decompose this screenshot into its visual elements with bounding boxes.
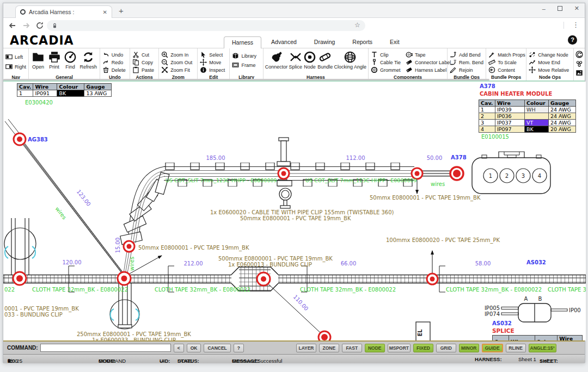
clocking-angle-button[interactable]: Clocking Angle bbox=[334, 51, 366, 70]
bookmark-star-icon[interactable]: ☆ bbox=[354, 21, 360, 29]
frame-label: Frame bbox=[241, 63, 255, 68]
splice-button[interactable]: Splice bbox=[289, 51, 302, 70]
toggle-node[interactable]: NODE bbox=[365, 344, 385, 352]
undo-button[interactable]: Undo bbox=[102, 51, 127, 58]
svg-text:CLOTH TAPE 32mm_BK - E0800022: CLOTH TAPE 32mm_BK - E0800022 bbox=[155, 287, 250, 293]
change-node-button[interactable]: Change Node bbox=[529, 51, 571, 58]
ok-button[interactable]: OK bbox=[187, 344, 201, 352]
inspect-button[interactable]: Inspect bbox=[200, 66, 227, 73]
match-props-button[interactable]: Match Props bbox=[488, 51, 524, 58]
command-input[interactable] bbox=[40, 344, 171, 352]
maximize-button[interactable] bbox=[558, 6, 562, 11]
find-button[interactable]: Find bbox=[64, 51, 77, 70]
el-marker[interactable]: EL bbox=[416, 322, 430, 340]
harness-label-button[interactable]: Harness Label bbox=[406, 66, 445, 73]
toggle-layer[interactable]: LAYER bbox=[296, 344, 316, 352]
left-grommet[interactable] bbox=[4, 218, 36, 275]
assembly-badge-icon[interactable] bbox=[575, 60, 583, 67]
move-end-button[interactable]: Move End bbox=[529, 59, 571, 66]
arcadia-logo: ARCADIA bbox=[10, 33, 74, 47]
toggle-fast[interactable]: FAST bbox=[342, 344, 362, 352]
part-code-left: E0300420 bbox=[25, 100, 53, 106]
ribbon-group-library: Library Frame Library bbox=[230, 48, 263, 80]
rem-bend-button[interactable]: Rem. Bend bbox=[450, 59, 483, 66]
tab-harness[interactable]: Harness bbox=[224, 36, 261, 49]
toggle-zone[interactable]: ZONE bbox=[319, 344, 339, 352]
node-button[interactable]: Node bbox=[303, 51, 316, 70]
move-button[interactable]: Move bbox=[200, 59, 227, 66]
toggle-msport[interactable]: MSPORT bbox=[388, 344, 411, 352]
browser-tab[interactable]: Arcadia Harness : ✕ bbox=[15, 5, 112, 18]
open-button[interactable]: Open bbox=[32, 51, 45, 70]
url-field[interactable] bbox=[47, 20, 365, 31]
toggle-angle[interactable]: ANGLE:15° bbox=[529, 344, 556, 352]
wire-table-left: Cav. Wire Colour Gauge 1 IP091 BK 13 AWG bbox=[17, 83, 112, 97]
move-relative-button[interactable]: Move Relative bbox=[529, 66, 571, 73]
grommet-button[interactable]: Grommet bbox=[371, 66, 400, 73]
browser-menu-icon[interactable]: ⋮ bbox=[572, 21, 579, 29]
toggle-fixed[interactable]: FIXED bbox=[413, 344, 433, 352]
reload-icon[interactable] bbox=[35, 21, 44, 30]
add-bend-button[interactable]: Add Bend bbox=[450, 51, 483, 58]
tab-reports[interactable]: Reports bbox=[345, 36, 380, 48]
node-tube-mid bbox=[278, 168, 289, 179]
delete-button[interactable]: Delete bbox=[102, 66, 127, 73]
main-bundle[interactable] bbox=[3, 275, 586, 283]
select-button[interactable]: Select bbox=[200, 51, 227, 58]
tab-exit[interactable]: Exit bbox=[382, 36, 407, 48]
clip-button[interactable]: Clip bbox=[371, 51, 400, 58]
window-close-button[interactable]: ✕ bbox=[574, 5, 579, 12]
cut-button[interactable]: Cut bbox=[132, 51, 156, 58]
cancel-button[interactable]: CANCEL bbox=[204, 344, 230, 352]
bundle-button[interactable]: Bundle bbox=[317, 51, 333, 70]
rotate-badge-icon[interactable] bbox=[575, 51, 583, 58]
ribbon-group-actions: Cut Copy Paste Actions bbox=[130, 48, 159, 80]
splice-drawing[interactable] bbox=[501, 303, 567, 322]
paste-button[interactable]: Paste bbox=[132, 66, 156, 73]
history-button[interactable]: < bbox=[174, 344, 184, 352]
image-badge-icon[interactable] bbox=[575, 69, 583, 77]
select-label: Select bbox=[209, 52, 223, 58]
address-bar: ☆ ⋮ bbox=[3, 18, 585, 33]
connector-ref-a378: A378 bbox=[480, 83, 495, 89]
rejoin-button[interactable]: Rejoin bbox=[450, 66, 483, 73]
back-arrow-icon[interactable] bbox=[8, 21, 17, 30]
new-tab-button[interactable]: + bbox=[119, 6, 124, 15]
connector-label-button[interactable]: Connector Label bbox=[406, 59, 445, 66]
refresh-icon bbox=[82, 51, 95, 64]
help-button[interactable]: ? bbox=[568, 35, 577, 45]
svg-text:AS032: AS032 bbox=[526, 259, 546, 265]
toggle-guide[interactable]: GUIDE bbox=[482, 344, 503, 352]
tab-close-icon[interactable]: ✕ bbox=[103, 9, 107, 15]
tab-drawing[interactable]: Drawing bbox=[307, 36, 343, 48]
zoom-out-button[interactable]: Zoom Out bbox=[161, 59, 195, 66]
redo-button[interactable]: Redo bbox=[102, 59, 127, 66]
toggle-minor[interactable]: MINOR bbox=[459, 344, 479, 352]
frame-button[interactable]: Frame bbox=[232, 61, 260, 69]
nav-left-button[interactable]: Left bbox=[5, 53, 26, 60]
nav-right-button[interactable]: Right bbox=[5, 63, 26, 70]
minimize-button[interactable]: – bbox=[542, 5, 546, 12]
connector-button[interactable]: Connector bbox=[265, 51, 288, 70]
tape-button[interactable]: Tape bbox=[406, 51, 445, 58]
drawing-canvas[interactable]: 1 2 3 4 EL bbox=[3, 82, 586, 340]
toggle-rline[interactable]: RLINE bbox=[506, 344, 526, 352]
toggle-grid[interactable]: GRID bbox=[436, 344, 456, 352]
copy-button[interactable]: Copy bbox=[132, 59, 156, 66]
cable-tie-button[interactable]: Cable Tie bbox=[371, 59, 400, 66]
fwd-arrow-icon[interactable] bbox=[22, 21, 30, 30]
content-button[interactable]: Content bbox=[488, 66, 524, 73]
zoom-fit-button[interactable]: Zoom Fit bbox=[161, 66, 195, 73]
to-scale-button[interactable]: To Scale bbox=[488, 59, 524, 66]
library-button[interactable]: Library bbox=[232, 52, 260, 59]
tab-advanced[interactable]: Advanced bbox=[264, 36, 304, 48]
print-button[interactable]: Print bbox=[48, 51, 61, 70]
corrugated-elbow[interactable] bbox=[120, 166, 169, 278]
refresh-button[interactable]: Refresh bbox=[79, 51, 97, 70]
zoom-in-button[interactable]: Zoom In bbox=[161, 51, 195, 58]
command-help-button[interactable]: ? bbox=[234, 344, 244, 352]
node-ag383 bbox=[14, 133, 26, 145]
svg-text:033 - BUNDLING CLIP: 033 - BUNDLING CLIP bbox=[4, 312, 63, 318]
open-icon bbox=[32, 51, 45, 64]
connector-label-label: Connector Label bbox=[415, 60, 451, 65]
